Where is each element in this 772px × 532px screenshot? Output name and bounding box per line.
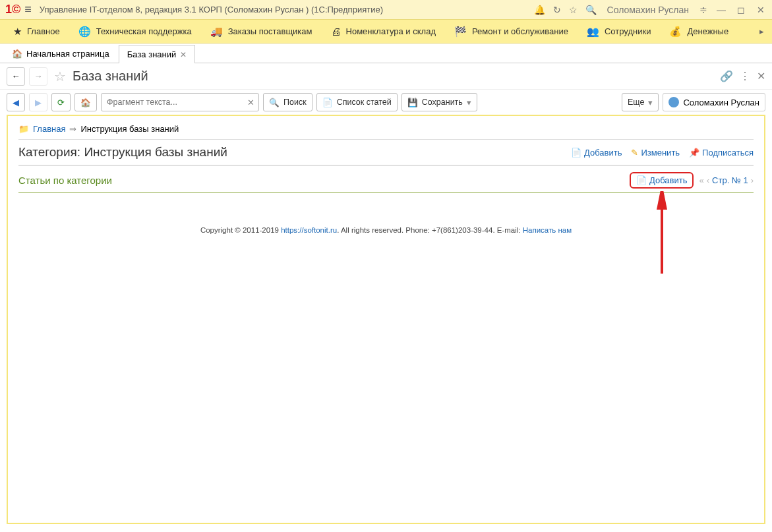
breadcrumb: 📁 Главная ⇒ Инструкция базы знаний [18, 124, 754, 140]
nav-money[interactable]: 💰Денежные [660, 20, 738, 44]
page-header: ← → ☆ База знаний 🔗 ⋮ ✕ [0, 63, 772, 90]
nav-label: Главное [27, 26, 60, 36]
category-edit[interactable]: ✎Изменить [631, 148, 680, 158]
breadcrumb-home[interactable]: Главная [33, 124, 65, 134]
page-title: База знаний [73, 69, 148, 84]
link-icon[interactable]: 🔗 [720, 70, 733, 82]
tab-label: Начальная страница [26, 49, 109, 59]
settings-icon[interactable]: ≑ [699, 5, 707, 15]
nav-label: Ремонт и обслуживание [472, 26, 568, 36]
home-icon: 🏠 [12, 49, 22, 59]
nav-warehouse[interactable]: 🖨Номенклатура и склад [322, 20, 445, 44]
main-nav: ★Главное 🌐Техническая поддержка 🚚Заказы … [0, 20, 772, 44]
money-icon: 💰 [669, 26, 682, 38]
star-nav-icon: ★ [13, 26, 22, 38]
breadcrumb-current: Инструкция базы знаний [80, 124, 179, 134]
nav-repair[interactable]: 🏁Ремонт и обслуживание [445, 20, 578, 44]
nav-support[interactable]: 🌐Техническая поддержка [69, 20, 201, 44]
nav-orders[interactable]: 🚚Заказы поставщикам [201, 20, 322, 44]
pager: « ‹ Стр. № 1 › [699, 175, 754, 185]
avatar-icon [668, 97, 679, 107]
pin-icon: 📌 [689, 148, 699, 158]
clear-search-icon[interactable]: ✕ [243, 98, 258, 107]
breadcrumb-sep-icon: ⇒ [69, 124, 76, 134]
breadcrumb-home-icon: 📁 [18, 124, 29, 134]
refresh-button[interactable]: ⟳ [51, 93, 71, 111]
category-title: Категория: Инструкция базы знаний [18, 145, 571, 160]
favorite-icon[interactable]: ☆ [54, 69, 66, 84]
search-input[interactable] [102, 98, 243, 107]
tab-home[interactable]: 🏠Начальная страница [4, 45, 117, 63]
toolbar-user[interactable]: Соломахин Руслан [663, 93, 765, 111]
footer-site-link[interactable]: https://softonit.ru [281, 226, 337, 234]
pager-label[interactable]: Стр. № 1 [712, 175, 748, 185]
nav-more-icon[interactable]: ▸ [756, 26, 768, 36]
tab-label: База знаний [127, 49, 177, 59]
pager-prev-icon[interactable]: ‹ [707, 175, 709, 185]
content-area: 📁 Главная ⇒ Инструкция базы знаний Катег… [7, 115, 765, 524]
search-box: ✕ [101, 93, 259, 111]
add-page-icon: 📄 [636, 175, 647, 185]
pager-next-icon[interactable]: › [751, 175, 754, 185]
globe-icon: 🌐 [78, 26, 91, 38]
nav-label: Заказы поставщикам [228, 26, 312, 36]
toolbar: ◀ ▶ ⟳ 🏠 ✕ 🔍Поиск 📄Список статей 💾Сохрани… [0, 90, 772, 115]
nav-main[interactable]: ★Главное [4, 20, 69, 44]
pager-first-icon[interactable]: « [699, 175, 703, 185]
search-button[interactable]: 🔍Поиск [263, 93, 312, 111]
title-bar: 1© ≡ Управление IT-отделом 8, редакция 3… [0, 0, 772, 20]
articles-header: Статьи по категории 📄Добавить « ‹ Стр. №… [18, 165, 754, 193]
star-icon[interactable]: ☆ [569, 5, 578, 15]
category-add[interactable]: 📄Добавить [571, 148, 622, 158]
list-icon: 📄 [322, 98, 333, 107]
close-page-icon[interactable]: ✕ [757, 70, 765, 82]
save-icon: 💾 [407, 98, 418, 107]
logo-1c: 1© [5, 3, 20, 16]
more-menu-icon[interactable]: ⋮ [740, 70, 750, 82]
nav-label: Сотрудники [605, 26, 651, 36]
close-window-button[interactable]: ✕ [755, 5, 767, 15]
nav-back-btn[interactable]: ◀ [7, 93, 25, 111]
magnifier-icon: 🔍 [269, 98, 280, 107]
nav-label: Денежные [687, 26, 728, 36]
minimize-button[interactable]: — [715, 5, 727, 15]
printer-icon: 🖨 [331, 26, 341, 37]
back-button[interactable]: ← [7, 67, 25, 86]
truck-icon: 🚚 [210, 26, 223, 38]
history-icon[interactable]: ↻ [553, 5, 561, 15]
home-button[interactable]: 🏠 [74, 93, 97, 111]
add-icon: 📄 [571, 148, 581, 158]
btn-label: Список статей [337, 98, 392, 107]
tab-kb[interactable]: База знаний✕ [119, 45, 196, 63]
btn-label: Сохранить [422, 98, 463, 107]
user-name: Соломахин Руслан [683, 98, 759, 107]
window-title: Управление IT-отделом 8, редакция 3.1 КО… [40, 5, 534, 15]
articles-title: Статьи по категории [18, 175, 630, 186]
bell-icon[interactable]: 🔔 [534, 5, 545, 15]
footer-email-link[interactable]: Написать нам [523, 226, 572, 234]
people-icon: 👥 [587, 26, 599, 38]
footer: Copyright © 2011-2019 https://softonit.r… [18, 226, 754, 234]
btn-label: Поиск [283, 98, 307, 107]
menu-icon[interactable]: ≡ [24, 3, 32, 16]
nav-label: Номенклатура и склад [346, 26, 436, 36]
dropdown-icon: ▾ [648, 98, 653, 107]
forward-button[interactable]: → [29, 67, 47, 86]
dropdown-icon: ▾ [467, 98, 471, 107]
article-list-button[interactable]: 📄Список статей [316, 93, 398, 111]
flag-icon: 🏁 [454, 26, 467, 38]
article-add-button[interactable]: 📄Добавить [630, 172, 694, 189]
save-button[interactable]: 💾Сохранить▾ [401, 93, 477, 111]
search-icon[interactable]: 🔍 [585, 5, 597, 15]
tab-strip: 🏠Начальная страница База знаний✕ [0, 44, 772, 63]
nav-fwd-btn[interactable]: ▶ [29, 93, 47, 111]
btn-label: Еще [628, 98, 644, 107]
titlebar-user[interactable]: Соломахин Руслан [607, 5, 689, 15]
nav-employees[interactable]: 👥Сотрудники [578, 20, 660, 44]
category-subscribe[interactable]: 📌Подписаться [689, 148, 754, 158]
tab-close-icon[interactable]: ✕ [180, 50, 187, 59]
pencil-icon: ✎ [631, 148, 638, 158]
more-button[interactable]: Еще▾ [622, 93, 659, 111]
maximize-button[interactable]: ◻ [735, 5, 747, 15]
category-header: Категория: Инструкция базы знаний 📄Добав… [18, 140, 754, 165]
